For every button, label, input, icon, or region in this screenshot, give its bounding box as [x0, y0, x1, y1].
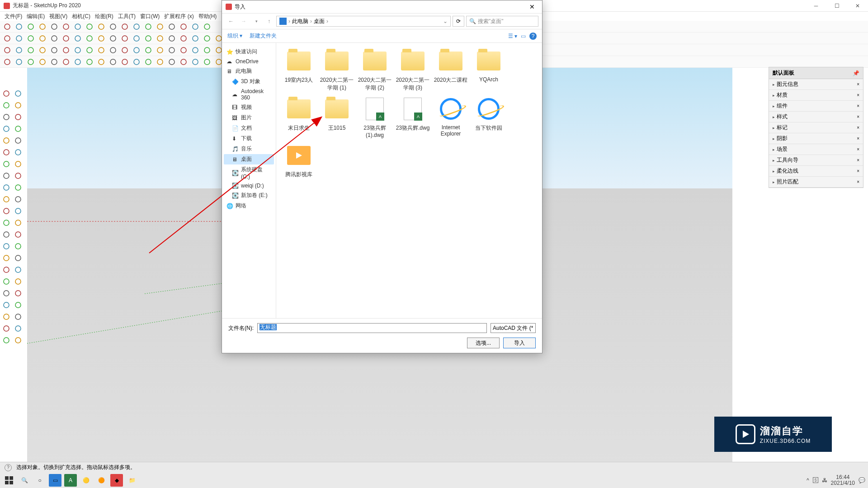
- dialog-titlebar[interactable]: 导入 ✕: [222, 0, 542, 13]
- tool-icon[interactable]: [1, 253, 12, 263]
- tool-icon[interactable]: [14, 45, 24, 56]
- tray-item-close-icon[interactable]: ×: [857, 147, 859, 152]
- search-icon[interactable]: 🔍: [18, 474, 31, 487]
- taskview-icon[interactable]: ▭: [49, 474, 61, 487]
- menu-extensions[interactable]: 扩展程序 (x): [162, 12, 195, 21]
- chrome-task-icon[interactable]: 🟡: [80, 474, 92, 487]
- tool-icon[interactable]: [190, 45, 201, 56]
- tool-icon[interactable]: [13, 182, 24, 193]
- sketchup-task-icon[interactable]: ◆: [110, 474, 123, 487]
- tool-icon[interactable]: [166, 56, 177, 67]
- tool-icon[interactable]: [13, 159, 24, 169]
- tool-icon[interactable]: [37, 33, 48, 44]
- filename-input[interactable]: 无标题: [257, 323, 487, 333]
- tool-icon[interactable]: [13, 241, 24, 252]
- close-button[interactable]: ✕: [847, 0, 868, 12]
- tool-icon[interactable]: [178, 45, 189, 56]
- tool-icon[interactable]: [72, 21, 83, 32]
- tool-icon[interactable]: [119, 33, 130, 44]
- tool-icon[interactable]: [49, 45, 60, 56]
- tool-icon[interactable]: [25, 56, 36, 67]
- bc-root[interactable]: 此电脑: [292, 18, 308, 25]
- tray-item[interactable]: 组件×: [769, 101, 863, 112]
- file-list[interactable]: 19室内23人2020大二第一学期 (1)2020大二第一学期 (2)2020大…: [276, 43, 542, 318]
- tool-icon[interactable]: [202, 21, 212, 32]
- tree-item[interactable]: ⬇下载: [224, 133, 274, 144]
- tray-item[interactable]: 柔化边线×: [769, 166, 863, 177]
- tool-icon[interactable]: [2, 21, 13, 32]
- tool-icon[interactable]: [72, 56, 83, 67]
- tree-item[interactable]: ☁OneDrive: [224, 57, 274, 66]
- tool-icon[interactable]: [13, 323, 24, 334]
- tray-item[interactable]: 阴影×: [769, 133, 863, 144]
- tool-icon[interactable]: [13, 135, 24, 146]
- tool-icon[interactable]: [1, 229, 12, 240]
- tool-icon[interactable]: [1, 88, 12, 99]
- tray-item-close-icon[interactable]: ×: [857, 125, 859, 130]
- options-button[interactable]: 选项...: [467, 338, 500, 348]
- help-icon[interactable]: ?: [5, 464, 12, 471]
- tool-icon[interactable]: [190, 56, 201, 67]
- tool-icon[interactable]: [84, 33, 95, 44]
- tool-icon[interactable]: [37, 56, 48, 67]
- back-button[interactable]: ←: [226, 16, 236, 27]
- recent-dropdown-icon[interactable]: ▾: [251, 16, 262, 27]
- tool-icon[interactable]: [13, 170, 24, 181]
- tree-item[interactable]: ⭐快速访问: [224, 47, 274, 57]
- tree-item[interactable]: 💽系统硬盘 (C:): [224, 164, 274, 181]
- tool-icon[interactable]: [61, 21, 71, 32]
- tree-item[interactable]: 🎵音乐: [224, 144, 274, 154]
- tool-icon[interactable]: [13, 206, 24, 216]
- tool-icon[interactable]: [143, 56, 154, 67]
- tool-icon[interactable]: [1, 241, 12, 252]
- tray-item[interactable]: 场景×: [769, 144, 863, 155]
- tool-icon[interactable]: [13, 288, 24, 299]
- file-item[interactable]: A23骆兵辉.dwg: [395, 95, 431, 138]
- tool-icon[interactable]: [143, 33, 154, 44]
- tool-icon[interactable]: [202, 45, 212, 56]
- tool-icon[interactable]: [13, 88, 24, 99]
- tool-icon[interactable]: [96, 21, 107, 32]
- tool-icon[interactable]: [13, 100, 24, 111]
- menu-edit[interactable]: 编辑(E): [25, 12, 47, 21]
- tool-icon[interactable]: [202, 33, 212, 44]
- forward-button[interactable]: →: [238, 16, 249, 27]
- tool-icon[interactable]: [108, 45, 118, 56]
- tool-icon[interactable]: [1, 182, 12, 193]
- tool-icon[interactable]: [1, 123, 12, 134]
- folder-tree[interactable]: ⭐快速访问☁OneDrive🖥此电脑🔷3D 对象☁Autodesk 360🎞视频…: [222, 43, 276, 318]
- menu-view[interactable]: 视图(V): [47, 12, 69, 21]
- organize-menu[interactable]: 组织 ▾: [227, 32, 242, 40]
- minimize-button[interactable]: ─: [806, 0, 826, 12]
- tool-icon[interactable]: [14, 56, 24, 67]
- tool-icon[interactable]: [1, 112, 12, 122]
- file-item[interactable]: 当下软件园: [471, 95, 507, 138]
- maximize-button[interactable]: ☐: [826, 0, 847, 12]
- tool-icon[interactable]: [84, 21, 95, 32]
- tool-icon[interactable]: [1, 100, 12, 111]
- filetype-select[interactable]: AutoCAD 文件 (*: [491, 323, 536, 333]
- notifications-icon[interactable]: 💬: [859, 477, 865, 483]
- tray-item[interactable]: 照片匹配×: [769, 177, 863, 188]
- tool-icon[interactable]: [143, 45, 154, 56]
- tool-icon[interactable]: [96, 56, 107, 67]
- tool-icon[interactable]: [166, 45, 177, 56]
- tray-pin-icon[interactable]: 📌: [853, 70, 859, 76]
- tool-icon[interactable]: [72, 33, 83, 44]
- tool-icon[interactable]: [13, 264, 24, 275]
- tool-icon[interactable]: [13, 300, 24, 310]
- refresh-button[interactable]: ⟳: [453, 16, 464, 27]
- tool-icon[interactable]: [13, 311, 24, 322]
- tool-icon[interactable]: [37, 21, 48, 32]
- tray-item-close-icon[interactable]: ×: [857, 136, 859, 141]
- tree-item[interactable]: 🎞视频: [224, 102, 274, 113]
- tool-icon[interactable]: [190, 21, 201, 32]
- start-button[interactable]: [3, 474, 15, 487]
- breadcrumb[interactable]: › 此电脑 › 桌面 › ⌄: [276, 16, 451, 27]
- network-icon[interactable]: 🖧: [822, 477, 827, 483]
- menu-draw[interactable]: 绘图(R): [93, 12, 115, 21]
- tray-item-close-icon[interactable]: ×: [857, 158, 859, 163]
- tool-icon[interactable]: [131, 45, 142, 56]
- tool-icon[interactable]: [190, 33, 201, 44]
- tree-item[interactable]: 📄文档: [224, 123, 274, 133]
